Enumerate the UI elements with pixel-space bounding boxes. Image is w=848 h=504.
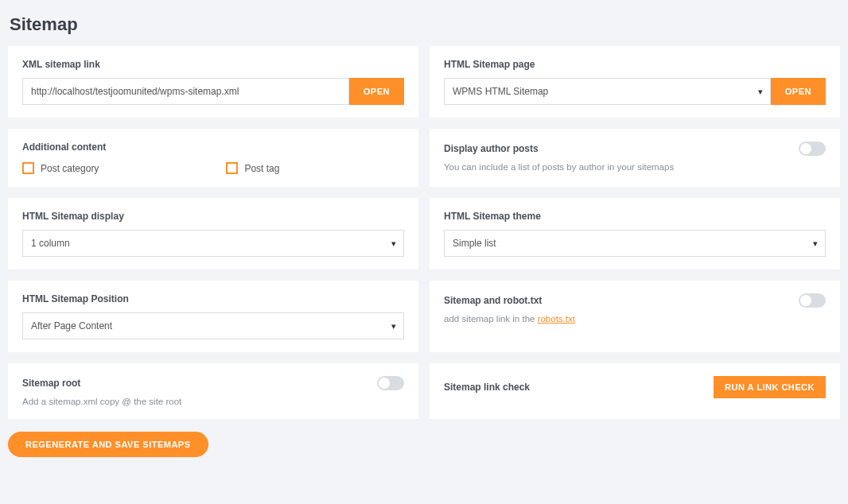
sitemap-robot-title: Sitemap and robot.txt [444,295,542,306]
sitemap-root-card: Sitemap root Add a sitemap.xml copy @ th… [8,363,418,419]
sitemap-robot-card: Sitemap and robot.txt add sitemap link i… [430,281,840,352]
sitemap-robot-toggle[interactable] [799,293,826,308]
html-sitemap-theme-card: HTML Sitemap theme Simple list [430,198,840,269]
additional-content-card: Additional content Post category Post ta… [8,129,418,187]
display-author-posts-desc: You can include a list of posts by autho… [444,162,826,172]
html-sitemap-position-select[interactable]: After Page Content [22,312,404,339]
settings-grid: XML sitemap link OPEN HTML Sitemap page … [8,46,840,419]
sitemap-root-toggle[interactable] [377,376,404,390]
page-title: Sitemap [10,14,840,35]
additional-content-title: Additional content [22,142,404,153]
html-sitemap-page-title: HTML Sitemap page [444,59,826,70]
html-sitemap-position-title: HTML Sitemap Position [22,293,404,304]
display-author-posts-toggle[interactable] [799,142,826,156]
xml-sitemap-link-input[interactable] [22,78,349,105]
html-sitemap-page-select[interactable]: WPMS HTML Sitemap [444,78,771,105]
post-category-checkbox[interactable]: Post category [22,162,99,174]
html-sitemap-theme-select[interactable]: Simple list [444,230,826,257]
sitemap-link-check-title: Sitemap link check [444,382,530,393]
post-category-label: Post category [41,163,99,174]
html-sitemap-display-select[interactable]: 1 column [22,230,404,257]
post-tag-checkbox[interactable]: Post tag [226,162,279,174]
regenerate-save-button[interactable]: REGENERATE AND SAVE SITEMAPS [8,432,208,457]
robots-txt-link[interactable]: robots.txt [538,314,575,324]
sitemap-robot-desc-text: add sitemap link in the [444,314,538,324]
sitemap-robot-desc: add sitemap link in the robots.txt [444,314,826,324]
checkbox-icon [226,162,238,174]
xml-sitemap-link-card: XML sitemap link OPEN [8,46,418,118]
html-sitemap-theme-title: HTML Sitemap theme [444,211,826,222]
xml-open-button[interactable]: OPEN [349,78,404,105]
display-author-posts-card: Display author posts You can include a l… [430,129,840,187]
display-author-posts-title: Display author posts [444,143,539,154]
checkbox-icon [22,162,34,174]
sitemap-root-desc: Add a sitemap.xml copy @ the site root [22,397,404,406]
html-sitemap-display-card: HTML Sitemap display 1 column [8,198,418,269]
post-tag-label: Post tag [244,163,279,174]
xml-sitemap-link-title: XML sitemap link [22,59,404,70]
html-sitemap-position-card: HTML Sitemap Position After Page Content [8,281,418,352]
html-sitemap-page-card: HTML Sitemap page WPMS HTML Sitemap OPEN [430,46,840,118]
html-open-button[interactable]: OPEN [771,78,826,105]
run-link-check-button[interactable]: RUN A LINK CHECK [714,376,826,398]
html-sitemap-display-title: HTML Sitemap display [22,211,404,222]
sitemap-link-check-card: Sitemap link check RUN A LINK CHECK [430,363,840,419]
sitemap-root-title: Sitemap root [22,378,80,389]
